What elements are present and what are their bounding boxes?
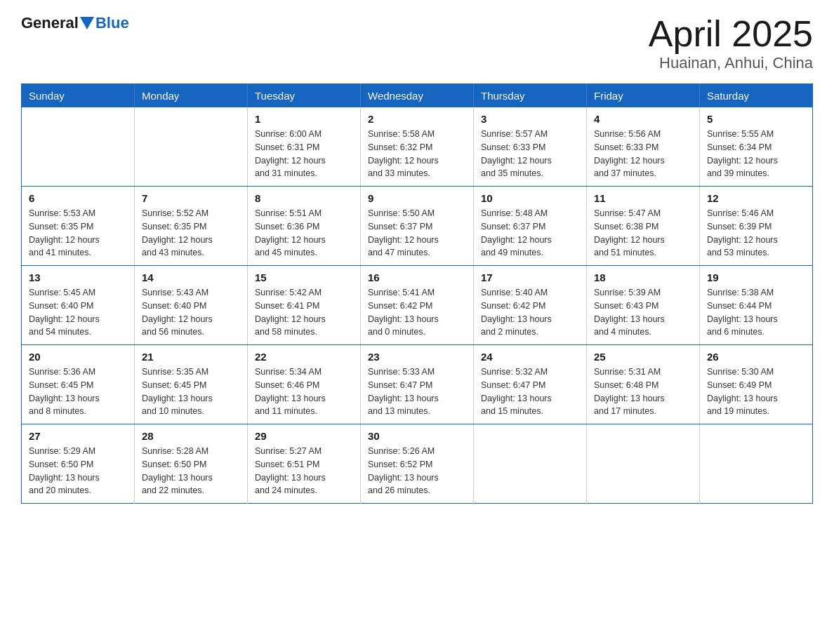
logo-blue-text: Blue xyxy=(95,14,129,32)
day-number: 23 xyxy=(368,351,466,363)
calendar-week-0: 1Sunrise: 6:00 AMSunset: 6:31 PMDaylight… xyxy=(22,107,813,187)
page-header: General Blue April 2025 Huainan, Anhui, … xyxy=(21,14,813,72)
day-number: 15 xyxy=(255,271,353,283)
day-info: Sunrise: 5:33 AMSunset: 6:47 PMDaylight:… xyxy=(368,365,466,418)
day-number: 2 xyxy=(368,113,466,125)
calendar-cell xyxy=(474,424,587,504)
day-info: Sunrise: 5:39 AMSunset: 6:43 PMDaylight:… xyxy=(594,286,692,339)
day-info: Sunrise: 5:31 AMSunset: 6:48 PMDaylight:… xyxy=(594,365,692,418)
day-info: Sunrise: 5:42 AMSunset: 6:41 PMDaylight:… xyxy=(255,286,353,339)
day-info: Sunrise: 5:34 AMSunset: 6:46 PMDaylight:… xyxy=(255,365,353,418)
header-tuesday: Tuesday xyxy=(248,84,361,108)
logo: General Blue xyxy=(21,14,129,32)
calendar-cell: 22Sunrise: 5:34 AMSunset: 6:46 PMDayligh… xyxy=(248,345,361,424)
header-monday: Monday xyxy=(135,84,248,108)
calendar-cell: 24Sunrise: 5:32 AMSunset: 6:47 PMDayligh… xyxy=(474,345,587,424)
day-info: Sunrise: 5:35 AMSunset: 6:45 PMDaylight:… xyxy=(142,365,240,418)
day-number: 5 xyxy=(707,113,805,125)
calendar-cell: 4Sunrise: 5:56 AMSunset: 6:33 PMDaylight… xyxy=(587,107,700,187)
calendar-cell: 18Sunrise: 5:39 AMSunset: 6:43 PMDayligh… xyxy=(587,266,700,345)
day-info: Sunrise: 5:58 AMSunset: 6:32 PMDaylight:… xyxy=(368,128,466,180)
calendar-cell: 3Sunrise: 5:57 AMSunset: 6:33 PMDaylight… xyxy=(474,107,587,187)
header-sunday: Sunday xyxy=(22,84,135,108)
day-info: Sunrise: 5:46 AMSunset: 6:39 PMDaylight:… xyxy=(707,207,805,260)
day-number: 10 xyxy=(481,192,579,204)
day-number: 25 xyxy=(594,351,692,363)
day-info: Sunrise: 5:38 AMSunset: 6:44 PMDaylight:… xyxy=(707,286,805,339)
calendar-title: April 2025 xyxy=(649,14,813,54)
calendar-cell xyxy=(135,107,248,187)
calendar-cell: 14Sunrise: 5:43 AMSunset: 6:40 PMDayligh… xyxy=(135,266,248,345)
day-number: 20 xyxy=(29,351,127,363)
day-info: Sunrise: 5:51 AMSunset: 6:36 PMDaylight:… xyxy=(255,207,353,260)
day-info: Sunrise: 5:52 AMSunset: 6:35 PMDaylight:… xyxy=(142,207,240,260)
day-number: 27 xyxy=(29,430,127,442)
day-number: 22 xyxy=(255,351,353,363)
header-friday: Friday xyxy=(587,84,700,108)
day-info: Sunrise: 5:45 AMSunset: 6:40 PMDaylight:… xyxy=(29,286,127,339)
calendar-cell: 13Sunrise: 5:45 AMSunset: 6:40 PMDayligh… xyxy=(22,266,135,345)
day-number: 16 xyxy=(368,271,466,283)
calendar-cell: 16Sunrise: 5:41 AMSunset: 6:42 PMDayligh… xyxy=(361,266,474,345)
calendar-week-4: 27Sunrise: 5:29 AMSunset: 6:50 PMDayligh… xyxy=(22,424,813,504)
title-block: April 2025 Huainan, Anhui, China xyxy=(649,14,813,72)
header-saturday: Saturday xyxy=(700,84,813,108)
day-number: 1 xyxy=(255,113,353,125)
calendar-cell: 9Sunrise: 5:50 AMSunset: 6:37 PMDaylight… xyxy=(361,187,474,266)
calendar-cell: 7Sunrise: 5:52 AMSunset: 6:35 PMDaylight… xyxy=(135,187,248,266)
day-number: 11 xyxy=(594,192,692,204)
day-info: Sunrise: 5:50 AMSunset: 6:37 PMDaylight:… xyxy=(368,207,466,260)
day-number: 29 xyxy=(255,430,353,442)
day-info: Sunrise: 5:27 AMSunset: 6:51 PMDaylight:… xyxy=(255,445,353,497)
calendar-cell: 15Sunrise: 5:42 AMSunset: 6:41 PMDayligh… xyxy=(248,266,361,345)
calendar-cell: 28Sunrise: 5:28 AMSunset: 6:50 PMDayligh… xyxy=(135,424,248,504)
calendar-cell: 27Sunrise: 5:29 AMSunset: 6:50 PMDayligh… xyxy=(22,424,135,504)
day-number: 9 xyxy=(368,192,466,204)
day-info: Sunrise: 5:40 AMSunset: 6:42 PMDaylight:… xyxy=(481,286,579,339)
header-wednesday: Wednesday xyxy=(361,84,474,108)
logo-general-text: General xyxy=(21,14,79,32)
calendar-cell: 26Sunrise: 5:30 AMSunset: 6:49 PMDayligh… xyxy=(700,345,813,424)
day-number: 24 xyxy=(481,351,579,363)
calendar-week-1: 6Sunrise: 5:53 AMSunset: 6:35 PMDaylight… xyxy=(22,187,813,266)
calendar-subtitle: Huainan, Anhui, China xyxy=(649,54,813,72)
header-thursday: Thursday xyxy=(474,84,587,108)
calendar-cell: 11Sunrise: 5:47 AMSunset: 6:38 PMDayligh… xyxy=(587,187,700,266)
day-info: Sunrise: 5:41 AMSunset: 6:42 PMDaylight:… xyxy=(368,286,466,339)
day-info: Sunrise: 5:32 AMSunset: 6:47 PMDaylight:… xyxy=(481,365,579,418)
calendar-cell: 21Sunrise: 5:35 AMSunset: 6:45 PMDayligh… xyxy=(135,345,248,424)
calendar-cell: 25Sunrise: 5:31 AMSunset: 6:48 PMDayligh… xyxy=(587,345,700,424)
logo-triangle-icon xyxy=(80,17,94,29)
calendar-cell: 6Sunrise: 5:53 AMSunset: 6:35 PMDaylight… xyxy=(22,187,135,266)
day-number: 30 xyxy=(368,430,466,442)
calendar-cell: 1Sunrise: 6:00 AMSunset: 6:31 PMDaylight… xyxy=(248,107,361,187)
calendar-cell: 30Sunrise: 5:26 AMSunset: 6:52 PMDayligh… xyxy=(361,424,474,504)
calendar-cell: 2Sunrise: 5:58 AMSunset: 6:32 PMDaylight… xyxy=(361,107,474,187)
calendar-cell xyxy=(22,107,135,187)
calendar-cell: 5Sunrise: 5:55 AMSunset: 6:34 PMDaylight… xyxy=(700,107,813,187)
day-number: 21 xyxy=(142,351,240,363)
day-number: 14 xyxy=(142,271,240,283)
day-info: Sunrise: 5:26 AMSunset: 6:52 PMDaylight:… xyxy=(368,445,466,497)
calendar-cell: 29Sunrise: 5:27 AMSunset: 6:51 PMDayligh… xyxy=(248,424,361,504)
calendar-cell: 17Sunrise: 5:40 AMSunset: 6:42 PMDayligh… xyxy=(474,266,587,345)
day-number: 4 xyxy=(594,113,692,125)
day-number: 6 xyxy=(29,192,127,204)
calendar-header-row: SundayMondayTuesdayWednesdayThursdayFrid… xyxy=(22,84,813,108)
calendar-cell: 19Sunrise: 5:38 AMSunset: 6:44 PMDayligh… xyxy=(700,266,813,345)
day-number: 3 xyxy=(481,113,579,125)
calendar-cell: 8Sunrise: 5:51 AMSunset: 6:36 PMDaylight… xyxy=(248,187,361,266)
calendar-table: SundayMondayTuesdayWednesdayThursdayFrid… xyxy=(21,83,813,504)
calendar-week-3: 20Sunrise: 5:36 AMSunset: 6:45 PMDayligh… xyxy=(22,345,813,424)
calendar-cell xyxy=(700,424,813,504)
day-number: 7 xyxy=(142,192,240,204)
day-number: 18 xyxy=(594,271,692,283)
day-info: Sunrise: 5:30 AMSunset: 6:49 PMDaylight:… xyxy=(707,365,805,418)
day-info: Sunrise: 5:57 AMSunset: 6:33 PMDaylight:… xyxy=(481,128,579,180)
day-number: 13 xyxy=(29,271,127,283)
day-info: Sunrise: 5:47 AMSunset: 6:38 PMDaylight:… xyxy=(594,207,692,260)
calendar-cell xyxy=(587,424,700,504)
day-info: Sunrise: 5:55 AMSunset: 6:34 PMDaylight:… xyxy=(707,128,805,180)
day-info: Sunrise: 5:29 AMSunset: 6:50 PMDaylight:… xyxy=(29,445,127,497)
calendar-cell: 12Sunrise: 5:46 AMSunset: 6:39 PMDayligh… xyxy=(700,187,813,266)
